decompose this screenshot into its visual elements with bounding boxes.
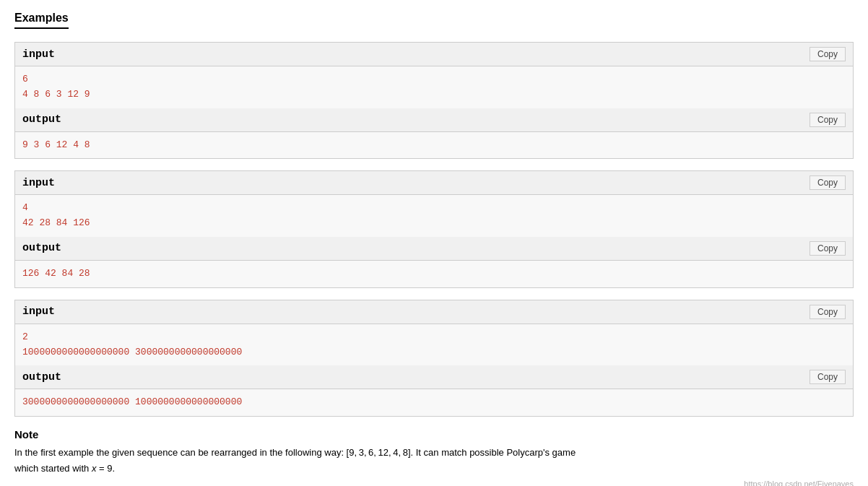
output-content-2: 126 42 84 28 xyxy=(15,261,853,287)
output-content-1: 9 3 6 12 4 8 xyxy=(15,132,853,159)
example-block-1: input Copy 6 4 8 6 3 12 9 output Copy 9 … xyxy=(14,42,854,159)
output-copy-button-1[interactable]: Copy xyxy=(810,113,846,127)
examples-wrapper: input Copy 6 4 8 6 3 12 9 output Copy 9 … xyxy=(14,42,854,417)
input-copy-button-2[interactable]: Copy xyxy=(810,175,846,190)
note-text: In the first example the given sequence … xyxy=(14,445,854,477)
input-label-1: input xyxy=(22,48,55,61)
section-title: Examples xyxy=(14,12,69,29)
example-block-2: input Copy 4 42 28 84 126 output Copy 12… xyxy=(14,170,854,287)
output-label-1: output xyxy=(22,113,61,126)
input-label-3: input xyxy=(22,305,55,318)
note-title: Note xyxy=(14,428,854,441)
input-content-3: 2 1000000000000000000 300000000000000000… xyxy=(15,324,853,366)
input-header-1: input Copy xyxy=(15,43,853,66)
input-content-2: 4 42 28 84 126 xyxy=(15,195,853,237)
output-label-3: output xyxy=(22,371,61,383)
output-label-2: output xyxy=(22,242,61,254)
input-label-2: input xyxy=(22,177,55,189)
input-content-1: 6 4 8 6 3 12 9 xyxy=(15,66,853,108)
example-block-3: input Copy 2 1000000000000000000 3000000… xyxy=(14,300,854,417)
output-header-3: output Copy xyxy=(15,365,853,389)
watermark: https://blog.csdn.net/Fivenayes xyxy=(14,480,854,486)
output-copy-button-3[interactable]: Copy xyxy=(810,370,846,384)
input-copy-button-3[interactable]: Copy xyxy=(810,305,846,319)
input-copy-button-1[interactable]: Copy xyxy=(810,47,846,61)
output-header-1: output Copy xyxy=(15,108,853,132)
input-header-2: input Copy xyxy=(15,171,853,195)
output-content-3: 3000000000000000000 1000000000000000000 xyxy=(15,389,853,416)
output-header-2: output Copy xyxy=(15,237,853,261)
note-section: Note In the first example the given sequ… xyxy=(14,428,854,477)
output-copy-button-2[interactable]: Copy xyxy=(810,241,846,256)
input-header-3: input Copy xyxy=(15,300,853,324)
